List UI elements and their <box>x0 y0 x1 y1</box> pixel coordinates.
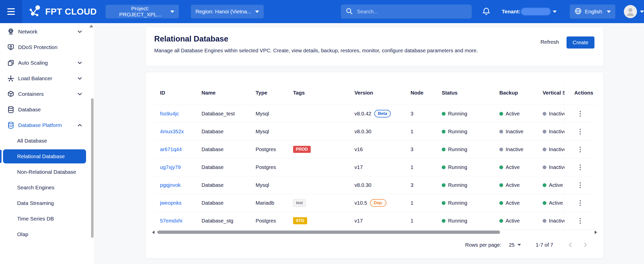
status-dot-icon <box>543 183 546 187</box>
row-actions-menu-icon[interactable] <box>578 145 583 154</box>
horizontal-scrollbar[interactable] <box>152 230 597 235</box>
status-dot-icon <box>442 130 446 134</box>
sidebar-item-ddos-protection[interactable]: DDoS Protection <box>0 40 95 54</box>
sidebar: NetworkDDoS ProtectionAuto ScalingLoad B… <box>0 23 95 264</box>
tenant-selector[interactable]: Tenant: <box>502 8 557 15</box>
cell-node: 1 <box>411 164 442 170</box>
refresh-button[interactable]: Refresh <box>539 36 560 48</box>
notifications-bell-icon[interactable] <box>482 7 491 16</box>
sidebar-item-containers[interactable]: Containers <box>0 87 95 101</box>
sidebar-item-label: Search Engines <box>17 185 54 191</box>
cell-version: v16 <box>354 146 411 152</box>
sidebar-scroll-up-arrow[interactable] <box>89 25 93 27</box>
table-row: 57emdxhiDatabase_stgPostgresSTGv171Runni… <box>153 212 596 230</box>
auto-scaling-icon <box>7 59 15 67</box>
status-dot-icon <box>499 165 503 169</box>
db-id-link[interactable]: jweopnks <box>160 200 181 206</box>
row-actions-menu-icon[interactable] <box>578 216 583 226</box>
sidebar-item-all-database[interactable]: All Database <box>0 134 95 148</box>
cell-vertical-scaling: Inactive <box>543 128 565 135</box>
cell-vertical-scaling: Inactive <box>543 111 565 117</box>
search-icon <box>345 7 353 16</box>
chevron-down-icon <box>76 75 83 82</box>
status-dot-icon <box>499 183 503 187</box>
db-id-link[interactable]: ar671q44 <box>160 146 182 152</box>
sidebar-item-relational-database[interactable]: Relational Database <box>3 149 86 163</box>
sidebar-item-load-balancer[interactable]: Load Balancer <box>0 71 95 85</box>
cell-name: Database <box>202 182 256 188</box>
db-id-link[interactable]: 57emdxhi <box>160 218 182 224</box>
cell-id: 4mux352x <box>160 128 202 135</box>
cell-actions <box>565 141 595 158</box>
db-id-link[interactable]: pgqjnvok <box>160 182 181 188</box>
row-actions-menu-icon[interactable] <box>578 180 583 190</box>
database-table: IDNameTypeTagsVersionNodeStatusBackupVer… <box>153 81 596 230</box>
cell-tags: STG <box>293 217 354 224</box>
cell-status: Running <box>442 164 499 170</box>
db-id-link[interactable]: 4mux352x <box>160 128 184 134</box>
row-actions-menu-icon[interactable] <box>578 109 583 119</box>
table-row: fss9u4jcDatabase_testMysqlv8.0.42Beta3Ru… <box>153 105 596 123</box>
cell-actions <box>565 176 595 194</box>
cell-vertical-scaling: Active <box>543 182 565 188</box>
cell-backup: Active <box>499 200 543 206</box>
sidebar-item-label: Database Platform <box>18 122 62 128</box>
sidebar-item-search-engines[interactable]: Search Engines <box>0 181 95 195</box>
account-menu-caret-icon[interactable] <box>640 11 644 13</box>
project-selector[interactable]: Project: PROJECT_XPL... <box>106 5 179 18</box>
cell-vertical-scaling: Inactive <box>543 218 565 224</box>
region-selector[interactable]: Region: Hanoi (Vietna... <box>191 5 264 18</box>
cell-status: Running <box>442 182 499 188</box>
scroll-left-arrow-icon[interactable] <box>152 231 154 234</box>
search-input[interactable] <box>356 8 467 15</box>
sidebar-item-database-platform[interactable]: Database Platform <box>0 118 95 132</box>
sidebar-item-data-streaming[interactable]: Data Streaming <box>0 196 95 210</box>
row-actions-menu-icon[interactable] <box>578 162 583 172</box>
cell-vertical-scaling: Inactive <box>543 164 565 170</box>
next-page-button[interactable] <box>578 241 593 248</box>
scroll-right-arrow-icon[interactable] <box>595 231 597 234</box>
menu-icon[interactable] <box>0 0 22 23</box>
sidebar-item-label: Containers <box>18 91 44 97</box>
cell-id: fss9u4jc <box>160 111 202 117</box>
cell-id: ug7xjy79 <box>160 164 202 170</box>
sidebar-item-olap[interactable]: Olap <box>0 227 95 241</box>
cell-backup: Active <box>499 111 543 117</box>
db-id-link[interactable]: fss9u4jc <box>160 111 179 116</box>
table-body: fss9u4jcDatabase_testMysqlv8.0.42Beta3Ru… <box>153 105 596 230</box>
create-button[interactable]: Create <box>567 36 594 49</box>
row-actions-menu-icon[interactable] <box>578 127 583 137</box>
cell-backup: Active <box>499 218 543 224</box>
cell-version: v8.0.42Beta <box>354 110 411 117</box>
sidebar-item-auto-scaling[interactable]: Auto Scaling <box>0 56 95 70</box>
network-icon <box>7 27 15 36</box>
row-actions-menu-icon[interactable] <box>578 198 583 208</box>
column-header-status: Status <box>442 90 499 96</box>
cell-id: jweopnks <box>160 200 202 206</box>
tag-badge: test <box>293 199 306 207</box>
sidebar-item-time-series-db[interactable]: Time Series DB <box>0 212 95 226</box>
db-id-link[interactable]: ug7xjy79 <box>160 164 181 170</box>
rows-per-page-select[interactable]: 25 <box>509 242 521 248</box>
sidebar-item-database[interactable]: Database <box>0 103 95 117</box>
horizontal-scroll-thumb[interactable] <box>157 231 500 234</box>
avatar[interactable] <box>624 5 637 18</box>
rows-per-page-label: Rows per page: <box>465 242 501 248</box>
table-row: pgqjnvokDatabaseMysqlv8.0.303RunningActi… <box>153 176 596 194</box>
table-row: ar671q44DatabasePostgresPRODv163RunningI… <box>153 141 596 158</box>
column-header-node: Node <box>411 90 442 96</box>
chevron-down-icon <box>76 60 83 66</box>
previous-page-button[interactable] <box>563 241 578 248</box>
sidebar-item-network[interactable]: Network <box>0 25 95 39</box>
sidebar-scrollbar[interactable] <box>91 98 94 238</box>
language-selector[interactable]: English <box>570 5 615 19</box>
sidebar-item-label: Relational Database <box>17 153 65 159</box>
cell-actions <box>565 123 595 140</box>
tenant-label: Tenant: <box>502 9 520 15</box>
cell-version: v8.0.30 <box>354 128 411 135</box>
search-box[interactable] <box>341 5 472 19</box>
sidebar-item-non-relational-database[interactable]: Non-Relational Database <box>0 165 95 179</box>
cell-type: Postgres <box>256 218 293 224</box>
database-platform-icon <box>7 121 15 129</box>
rows-per-page-value: 25 <box>509 242 515 248</box>
